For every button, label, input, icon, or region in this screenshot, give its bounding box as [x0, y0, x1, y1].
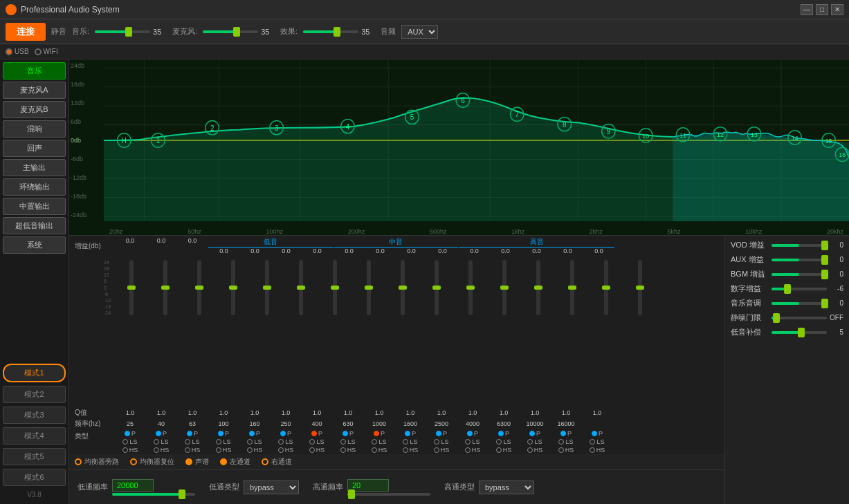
band-slider-15[interactable]	[590, 257, 623, 319]
band-slider-6[interactable]	[284, 257, 318, 319]
bass-comp-slider[interactable]	[772, 331, 827, 334]
reset-eq-label: 均衡器复位	[140, 457, 174, 467]
low-freq-slider[interactable]	[112, 493, 195, 496]
window-controls: — □ ✕	[801, 4, 843, 15]
svg-text:2: 2	[210, 124, 214, 132]
mode-btn-5[interactable]: 模式5	[3, 448, 66, 465]
freq-row: 频率(hz) 25 40 63 100 160 250 400 630 1000…	[69, 418, 724, 429]
mic-slider-track[interactable]	[203, 30, 258, 33]
sidebar-item-surroundout[interactable]: 环绕输出	[3, 178, 66, 196]
band-slider-13[interactable]	[522, 257, 555, 319]
voice-check[interactable]: 声谱	[185, 457, 209, 467]
sidebar-item-mica[interactable]: 麦克风A	[3, 82, 66, 99]
vod-value: 0	[830, 241, 843, 249]
noise-gate-label: 静噪门限	[731, 312, 769, 323]
mute-label: 静音	[51, 26, 66, 37]
left-ch-check[interactable]: 左通道	[220, 457, 250, 467]
mode-btn-2[interactable]: 模式2	[3, 386, 66, 403]
type-row-label: 类型	[75, 430, 115, 441]
bottom-filter-row: 低通频率 20000 低通类型 bypass	[69, 469, 724, 504]
vod-slider[interactable]	[772, 244, 827, 247]
freq-select[interactable]: AUX USB BT	[401, 25, 438, 39]
low-freq-input[interactable]: 20000	[112, 479, 154, 492]
band-slider-12[interactable]	[488, 257, 521, 319]
close-button[interactable]: ✕	[831, 4, 843, 15]
type-band-2: P LS HS	[146, 430, 176, 454]
band-slider-8[interactable]	[352, 257, 385, 319]
wifi-radio[interactable]: WIFI	[35, 48, 58, 55]
high-freq-slider[interactable]	[347, 493, 430, 496]
reset-eq-check[interactable]: 均衡器复位	[130, 457, 174, 467]
mode-btn-6[interactable]: 模式6	[3, 469, 66, 486]
band-slider-11[interactable]	[454, 257, 487, 319]
right-ch-check[interactable]: 右通道	[262, 457, 292, 467]
noise-gate-slider[interactable]	[772, 317, 827, 319]
svg-text:10: 10	[642, 133, 649, 140]
music-tone-label: 音乐音调	[731, 298, 769, 308]
sidebar-item-music[interactable]: 音乐	[3, 62, 66, 80]
low-type-select[interactable]: bypass Butterworth Linkwitz	[244, 480, 299, 494]
sidebar-item-subout[interactable]: 超低音输出	[3, 217, 66, 234]
sidebar-item-reverb[interactable]: 混响	[3, 120, 66, 138]
section-headers-row: 增益(db) 0.0 0.0 0.0 低音 0.0 0.0	[69, 236, 724, 256]
reset-eq-radio	[130, 458, 137, 465]
effect-slider-track[interactable]	[303, 30, 358, 33]
music-value: 35	[153, 28, 167, 36]
band-slider-16[interactable]	[623, 257, 657, 319]
sidebar-item-mainout[interactable]: 主输出	[3, 159, 66, 176]
eq-graph: 24db 18db 12db 6db 0db -6db -12db -18db …	[69, 59, 849, 236]
left-ch-label: 左通道	[230, 457, 250, 467]
band-slider-3[interactable]	[183, 257, 216, 319]
band-slider-10[interactable]	[420, 257, 453, 319]
usb-radio[interactable]: USB	[6, 48, 29, 55]
maximize-button[interactable]: □	[816, 4, 828, 15]
band-slider-4[interactable]	[217, 257, 250, 319]
svg-text:16: 16	[839, 151, 846, 158]
eq-yaxis: 24db 18db 12db 6db 0db -6db -12db -18db …	[69, 59, 104, 221]
music-tone-slider[interactable]	[772, 302, 827, 305]
sidebar-item-system[interactable]: 系统	[3, 236, 66, 254]
freq-values: 25 40 63 100 160 250 400 630 1000 1600 2…	[115, 420, 612, 427]
sliders-row: 24181260-6-12-18-24	[69, 256, 724, 407]
window-title: Professional Audio System	[21, 5, 801, 15]
band-slider-2[interactable]	[149, 257, 182, 319]
left-ch-radio	[220, 458, 227, 465]
q-row-label: Q值	[75, 408, 115, 418]
band-slider-7[interactable]	[318, 257, 352, 319]
mode-btn-3[interactable]: 模式3	[3, 407, 66, 424]
music-tone-value: 0	[830, 299, 843, 307]
connect-button[interactable]: 连接	[6, 23, 46, 41]
svg-text:5: 5	[410, 113, 414, 121]
svg-text:15: 15	[825, 138, 832, 144]
bgm-slider[interactable]	[772, 273, 827, 276]
checkboxes-row: 均衡器旁路 均衡器复位 声谱 左通道	[69, 454, 724, 469]
bypass-eq-check[interactable]: 均衡器旁路	[75, 457, 119, 467]
type-band-8: P LS HS	[333, 430, 363, 454]
mic-value: 35	[261, 28, 275, 36]
mode-btn-4[interactable]: 模式4	[3, 427, 66, 445]
svg-text:7: 7	[515, 111, 520, 118]
music-slider-track[interactable]	[95, 30, 150, 33]
band-slider-14[interactable]	[556, 257, 589, 319]
band-slider-5[interactable]	[250, 257, 284, 319]
band-slider-9[interactable]	[386, 257, 419, 319]
bypass-eq-radio	[75, 458, 82, 465]
bgm-row: BGM 增益 0	[731, 269, 843, 279]
svg-text:11: 11	[679, 132, 686, 139]
high-type-select[interactable]: bypass Butterworth Linkwitz	[479, 480, 534, 494]
mode-btn-1[interactable]: 模式1	[3, 364, 66, 382]
sidebar-item-centerout[interactable]: 中置输出	[3, 198, 66, 215]
voice-radio	[185, 458, 192, 465]
aux-slider[interactable]	[772, 259, 827, 261]
low-freq-label: 低通频率	[77, 482, 108, 492]
minimize-button[interactable]: —	[801, 4, 813, 15]
low-type-field: 低通类型 bypass Butterworth Linkwitz	[209, 480, 299, 494]
right-panel: VOD 增益 0 AUX 增益 0 BGM 增益	[724, 236, 849, 504]
digital-slider[interactable]	[772, 288, 827, 290]
type-hs-dot-1	[122, 447, 128, 453]
ylabel-24db: 24db	[71, 62, 102, 69]
band-slider-1[interactable]: 24181260-6-12-18-24	[115, 257, 148, 319]
sidebar-item-micb[interactable]: 麦克风B	[3, 101, 66, 118]
type-band-7: P LS HS	[302, 430, 332, 454]
sidebar-item-echo[interactable]: 回声	[3, 140, 66, 157]
